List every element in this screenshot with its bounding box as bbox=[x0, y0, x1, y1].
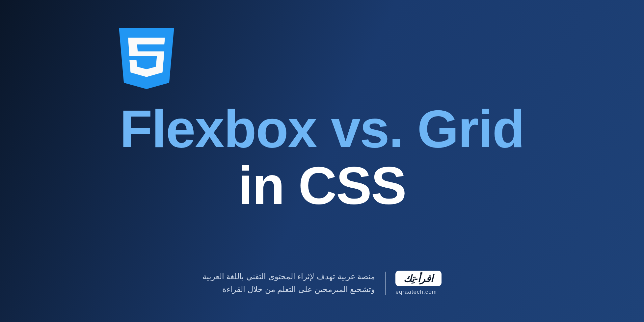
title-line-1: Flexbox vs. Grid bbox=[0, 102, 644, 155]
footer-section: منصة عربية تهدف لإثراء المحتوى التقني با… bbox=[0, 270, 644, 296]
description-line-2: وتشجيع المبرمجين على التعلم من خلال القر… bbox=[202, 283, 375, 296]
description-line-1: منصة عربية تهدف لإثراء المحتوى التقني با… bbox=[202, 270, 375, 283]
brand-name: اقرأ-تِك bbox=[404, 273, 433, 284]
hero-banner: Flexbox vs. Grid in CSS منصة عربية تهدف … bbox=[0, 0, 644, 322]
vertical-divider bbox=[385, 272, 386, 295]
css3-logo-icon bbox=[119, 28, 174, 91]
footer-description: منصة عربية تهدف لإثراء المحتوى التقني با… bbox=[202, 270, 375, 296]
title-line-2: in CSS bbox=[0, 159, 644, 212]
brand-url: eqraatech.com bbox=[395, 289, 442, 295]
brand-badge: اقرأ-تِك bbox=[395, 271, 442, 286]
hero-title: Flexbox vs. Grid in CSS bbox=[0, 102, 644, 212]
brand-block: اقرأ-تِك eqraatech.com bbox=[395, 271, 442, 295]
